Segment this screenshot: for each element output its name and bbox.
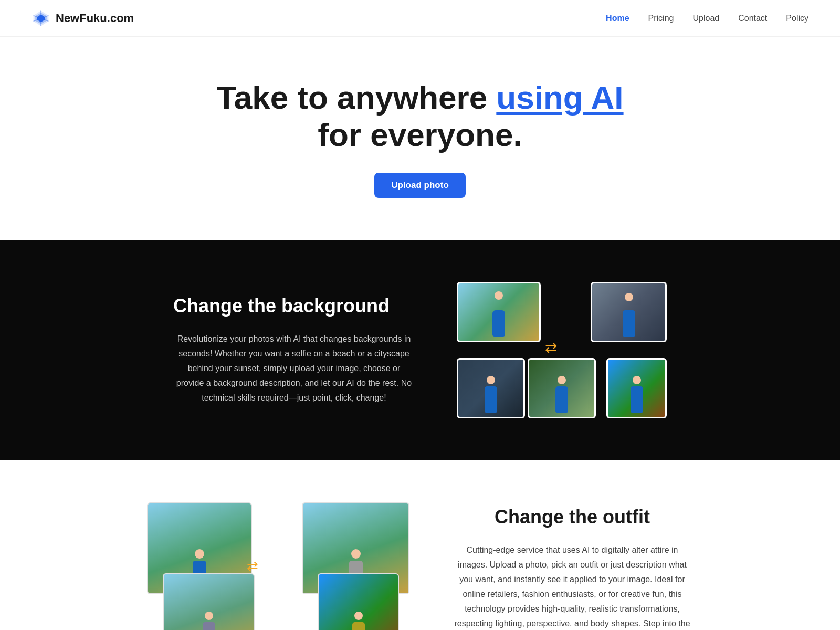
collage-card-forest [528, 358, 596, 418]
hero-title: Take to anywhere using AI for everyone. [21, 79, 819, 154]
collage-card-outdoor [457, 282, 541, 342]
outfit-change-section: ⇄ Change the outfit Cutting-edge service… [0, 460, 840, 630]
collage-card-city [591, 282, 667, 342]
outfit-card-suit3 [318, 573, 399, 630]
outfit-arrow-icon: ⇄ [247, 558, 258, 574]
bg-collage: ⇄ [457, 282, 667, 418]
nav-home[interactable]: Home [606, 14, 629, 23]
logo-text: NewFuku.com [56, 12, 134, 25]
outfit-collage: ⇄ [147, 502, 410, 630]
outfit-section-desc: Cutting-edge service that uses AI to dig… [452, 543, 693, 630]
collage-card-server [457, 358, 525, 418]
hero-title-part2: for everyone. [318, 117, 522, 153]
bg-section-title: Change the background [173, 295, 415, 317]
outfit-section-title: Change the outfit [452, 506, 693, 528]
bg-text-col: Change the background Revolutionize your… [173, 295, 415, 405]
nav-pricing[interactable]: Pricing [648, 14, 674, 23]
upload-photo-button[interactable]: Upload photo [374, 173, 466, 198]
logo-link[interactable]: NewFuku.com [32, 9, 134, 28]
nav-links: Home Pricing Upload Contact Policy [606, 14, 808, 23]
outfit-card-suit2 [163, 573, 255, 630]
navbar: NewFuku.com Home Pricing Upload Contact … [0, 0, 840, 37]
hero-section: Take to anywhere using AI for everyone. … [0, 37, 840, 240]
nav-policy[interactable]: Policy [786, 14, 808, 23]
bg-change-section: Change the background Revolutionize your… [0, 240, 840, 460]
collage-card-mountain [606, 358, 667, 418]
nav-upload[interactable]: Upload [692, 14, 719, 23]
collage-arrow-icon: ⇄ [545, 339, 557, 356]
hero-ai-highlight: using AI [496, 79, 623, 116]
hero-title-part1: Take to anywhere [216, 79, 496, 116]
nav-contact[interactable]: Contact [738, 14, 767, 23]
bg-section-desc: Revolutionize your photos with AI that c… [173, 332, 415, 405]
outfit-text-col: Change the outfit Cutting-edge service t… [452, 506, 693, 630]
logo-icon [32, 9, 50, 28]
